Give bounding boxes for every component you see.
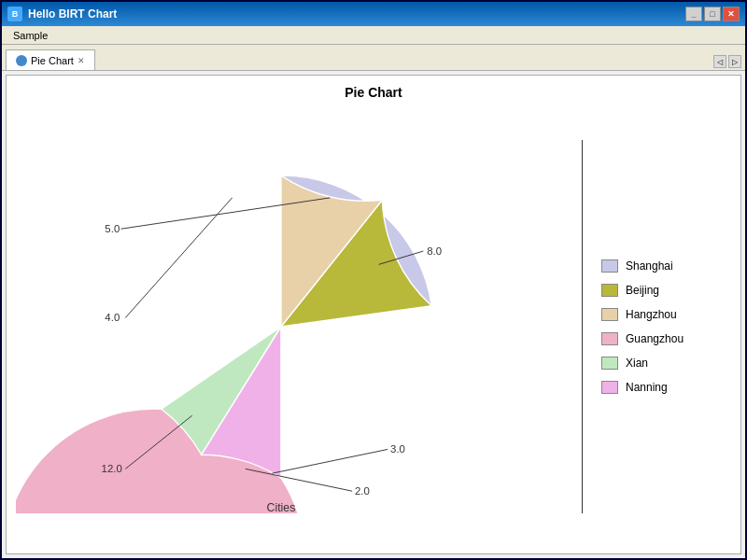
tab-icon bbox=[16, 55, 27, 66]
tab-nav-left[interactable]: ◁ bbox=[713, 55, 726, 68]
minimize-button[interactable]: _ bbox=[685, 7, 702, 21]
legend-swatch-nanning bbox=[601, 381, 618, 394]
legend-area: Shanghai Beijing Hangzhou Guangzhou bbox=[582, 140, 731, 513]
content-area: Pie Chart bbox=[2, 71, 745, 558]
tab-bar: Pie Chart ✕ ◁ ▷ bbox=[2, 45, 745, 71]
close-button[interactable]: ✕ bbox=[723, 7, 740, 21]
legend-item-guangzhou: Guangzhou bbox=[601, 332, 712, 345]
label-nanning: 3.0 bbox=[390, 443, 405, 455]
legend-item-xian: Xian bbox=[601, 357, 712, 370]
legend-label-shanghai: Shanghai bbox=[626, 259, 673, 273]
chart-title: Pie Chart bbox=[345, 85, 402, 100]
label-line-hangzhou bbox=[125, 198, 232, 318]
legend-label-guangzhou: Guangzhou bbox=[626, 332, 684, 345]
legend-label-hangzhou: Hangzhou bbox=[626, 308, 677, 321]
label-xian: 2.0 bbox=[355, 485, 370, 497]
label-guangzhou: 12.0 bbox=[102, 463, 122, 474]
legend-swatch-beijing bbox=[601, 284, 618, 297]
tab-close-icon[interactable]: ✕ bbox=[78, 56, 85, 65]
label-hangzhou: 4.0 bbox=[105, 312, 120, 323]
tab-pie-chart[interactable]: Pie Chart ✕ bbox=[6, 49, 95, 70]
legend-item-nanning: Nanning bbox=[601, 381, 712, 394]
legend-label-nanning: Nanning bbox=[626, 381, 668, 394]
label-beijing: 5.0 bbox=[105, 223, 120, 234]
legend-label-beijing: Beijing bbox=[626, 284, 659, 297]
title-bar-left: B Hello BIRT Chart bbox=[7, 7, 117, 21]
legend-swatch-shanghai bbox=[601, 259, 618, 273]
menu-item-sample[interactable]: Sample bbox=[7, 29, 53, 42]
legend-swatch-xian bbox=[601, 357, 618, 370]
pie-chart-svg: 8.0 5.0 4.0 12.0 2.0 bbox=[16, 140, 582, 513]
legend-item-beijing: Beijing bbox=[601, 284, 712, 297]
maximize-button[interactable]: □ bbox=[704, 7, 721, 21]
x-axis-label: Cities bbox=[266, 501, 295, 513]
app-icon: B bbox=[7, 7, 22, 21]
tab-nav-right[interactable]: ▷ bbox=[728, 55, 741, 68]
chart-container: 8.0 5.0 4.0 12.0 2.0 bbox=[16, 109, 731, 544]
main-window: B Hello BIRT Chart _ □ ✕ Sample Pie Char… bbox=[0, 0, 747, 560]
tab-nav-controls: ◁ ▷ bbox=[713, 55, 741, 70]
window-controls: _ □ ✕ bbox=[685, 7, 740, 21]
legend-item-shanghai: Shanghai bbox=[601, 259, 712, 273]
chart-panel: Pie Chart bbox=[6, 75, 741, 554]
label-shanghai: 8.0 bbox=[427, 245, 442, 257]
legend-label-xian: Xian bbox=[626, 357, 648, 370]
legend-swatch-guangzhou bbox=[601, 332, 618, 345]
pie-chart-wrapper: 8.0 5.0 4.0 12.0 2.0 bbox=[16, 140, 582, 513]
title-bar: B Hello BIRT Chart _ □ ✕ bbox=[2, 2, 745, 26]
tab-label: Pie Chart bbox=[31, 55, 74, 66]
label-line-nanning bbox=[272, 449, 388, 473]
menu-bar: Sample bbox=[2, 26, 745, 45]
tab-list: Pie Chart ✕ bbox=[6, 49, 95, 70]
window-title: Hello BIRT Chart bbox=[28, 7, 117, 21]
legend-item-hangzhou: Hangzhou bbox=[601, 308, 712, 321]
legend-swatch-hangzhou bbox=[601, 308, 618, 321]
